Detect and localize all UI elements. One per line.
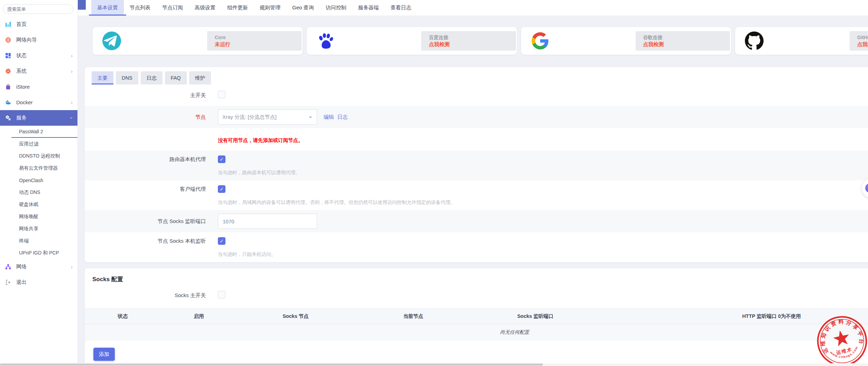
- gears-icon: [5, 115, 11, 121]
- sidebar-item-label: iStore: [16, 84, 30, 90]
- globe-icon: [5, 37, 11, 43]
- github-check-link[interactable]: 点我检测: [857, 41, 868, 48]
- sidebar-nav: 首页 网络向导 状态 › 系统 ›: [0, 17, 77, 290]
- subtab-dns[interactable]: DNS: [116, 71, 138, 84]
- submenu-item-passwall2[interactable]: PassWall 2: [11, 126, 77, 138]
- submenu-item-ddnsto[interactable]: DDNSTO 远程控制: [0, 150, 77, 162]
- main-switch-row: 主开关: [85, 84, 868, 106]
- submenu-item-openclash[interactable]: OpenClash: [0, 174, 77, 186]
- sidebar-item-istore[interactable]: iStore: [0, 79, 77, 95]
- subtab-log[interactable]: 日志: [141, 71, 163, 84]
- socks-port-input[interactable]: [218, 214, 317, 229]
- sidebar-item-label: 网络: [16, 264, 27, 270]
- node-select-value: Xray 分流: [分流总节点]: [222, 114, 305, 120]
- submenu-item-netshare[interactable]: 网络共享: [0, 223, 77, 235]
- status-card-title: 百度连接: [429, 34, 516, 41]
- sidebar-item-home[interactable]: 首页: [0, 17, 77, 32]
- horizontal-scrollbar[interactable]: [0, 363, 868, 366]
- sidebar-item-network[interactable]: 网络 ›: [0, 259, 77, 275]
- router-proxy-description: 当勾选时，路由器本机可以透明代理。: [218, 169, 868, 176]
- sidebar-item-label: 系统: [16, 68, 27, 74]
- tab-component-update[interactable]: 组件更新: [221, 0, 254, 16]
- chevron-down-icon: ›: [69, 117, 74, 119]
- shopping-bag-icon: [5, 84, 11, 90]
- sidebar-search: [0, 0, 77, 17]
- client-proxy-label: 客户端代理: [85, 185, 206, 205]
- chevron-right-icon: ›: [71, 53, 73, 58]
- status-grid-icon: [5, 53, 11, 59]
- router-proxy-checkbox[interactable]: ✓: [218, 155, 225, 163]
- assistant-fab-icon: [865, 184, 868, 193]
- chevron-right-icon: ›: [71, 69, 73, 74]
- tab-access-control[interactable]: 访问控制: [320, 0, 352, 16]
- docker-whale-icon: [5, 99, 11, 106]
- scrollbar-thumb[interactable]: [0, 364, 543, 366]
- socks-main-switch-checkbox[interactable]: [218, 291, 225, 298]
- tab-view-log[interactable]: 查看日志: [385, 0, 417, 16]
- subtab-main[interactable]: 主要: [92, 71, 113, 84]
- node-select[interactable]: Xray 分流: [分流总节点] ⌄: [218, 109, 317, 125]
- settings-subtabs: 主要 DNS 日志 FAQ 维护: [85, 67, 868, 84]
- submenu-item-wol[interactable]: 网络唤醒: [0, 211, 77, 223]
- col-current-node: 当前节点: [354, 313, 472, 320]
- sidebar-item-services[interactable]: 服务 ›: [0, 110, 77, 126]
- main-switch-checkbox[interactable]: [218, 91, 225, 98]
- sidebar-item-system[interactable]: 系统 ›: [0, 63, 77, 79]
- google-check-link[interactable]: 点我检测: [643, 41, 730, 48]
- core-status-box: Core 未运行: [207, 31, 302, 51]
- tab-node-list[interactable]: 节点列表: [124, 0, 156, 16]
- node-edit-link[interactable]: 编辑: [323, 114, 334, 120]
- tab-server-side[interactable]: 服务器端: [352, 0, 385, 16]
- subtab-maintain[interactable]: 维护: [189, 71, 211, 84]
- col-status: 状态: [85, 313, 161, 320]
- node-label: 节点: [85, 113, 206, 121]
- sidebar: 首页 网络向导 状态 › 系统 ›: [0, 0, 78, 363]
- submenu-item-app-filter[interactable]: 应用过滤: [0, 138, 77, 150]
- sidebar-item-label: 网络向导: [16, 37, 37, 43]
- col-socks-port: Socks 监听端口: [472, 313, 599, 320]
- tab-advanced[interactable]: 高级设置: [189, 0, 221, 16]
- baidu-status-box: 百度连接 点我检测: [421, 31, 516, 51]
- sidebar-item-wizard[interactable]: 网络向导: [0, 32, 77, 48]
- app-window: 首页 网络向导 状态 › 系统 ›: [0, 0, 868, 366]
- empty-table-text: 尚无任何配置: [500, 329, 529, 336]
- socks-local-description: 当勾选时，只能本机访问。: [218, 251, 868, 257]
- chevron-right-icon: ›: [71, 264, 73, 269]
- client-proxy-checkbox[interactable]: ✓: [218, 185, 225, 193]
- socks-section-title: Socks 配置: [85, 268, 868, 285]
- github-icon: [745, 32, 764, 50]
- main-content: 基本设置 节点列表 节点订阅 高级设置 组件更新 规则管理 Geo 查询 访问控…: [78, 0, 868, 366]
- no-node-warning-text: 没有可用节点，请先添加或订阅节点。: [218, 137, 303, 143]
- submenu-item-hdidle[interactable]: 硬盘休眠: [0, 198, 77, 211]
- add-button[interactable]: 添加: [93, 348, 115, 361]
- node-log-link[interactable]: 日志: [337, 114, 348, 120]
- client-proxy-description: 当勾选时，局域网内的设备可以透明代理。否则，将不代理。但您仍然可以使用访问控制允…: [218, 199, 868, 205]
- submenu-item-upnp[interactable]: UPnP IGD 和 PCP: [0, 247, 77, 259]
- core-status-value: 未运行: [215, 41, 302, 48]
- tab-rules[interactable]: 规则管理: [254, 0, 286, 16]
- gear-icon: [5, 68, 11, 74]
- sidebar-item-docker[interactable]: Docker ›: [0, 95, 77, 110]
- baidu-check-link[interactable]: 点我检测: [429, 41, 516, 48]
- submenu-item-ddns[interactable]: 动态 DNS: [0, 186, 77, 198]
- socks-table-header: 状态 启用 Socks 节点 当前节点 Socks 监听端口 HTTP 监听端口…: [85, 308, 868, 324]
- tab-basic-settings[interactable]: 基本设置: [91, 0, 124, 16]
- sidebar-item-logout[interactable]: 退出: [0, 275, 77, 290]
- submenu-item-terminal[interactable]: 终端: [0, 235, 77, 247]
- submenu-item-yiyoucloud[interactable]: 易有云文件管理器: [0, 162, 77, 174]
- sidebar-item-status[interactable]: 状态 ›: [0, 48, 77, 63]
- tab-node-subscribe[interactable]: 节点订阅: [156, 0, 189, 16]
- tab-geo-query[interactable]: Geo 查询: [286, 0, 320, 16]
- col-http-port: HTTP 监听端口 0为不使用: [599, 313, 868, 320]
- socks-config-card: Socks 配置 Socks 主开关 状态 启用 Socks 节点 当前节点 S…: [85, 268, 868, 366]
- socks-local-checkbox[interactable]: ✓: [218, 237, 225, 245]
- baidu-status-card: 百度连接 点我检测: [307, 27, 517, 55]
- socks-switch-label: Socks 主开关: [85, 292, 206, 299]
- main-switch-label: 主开关: [85, 91, 206, 99]
- top-tabbar: 基本设置 节点列表 节点订阅 高级设置 组件更新 规则管理 Geo 查询 访问控…: [78, 0, 868, 16]
- search-input[interactable]: [3, 4, 73, 14]
- sidebar-item-label: 首页: [16, 21, 27, 28]
- sidebar-item-label: 状态: [16, 52, 27, 59]
- telegram-icon: [102, 32, 121, 50]
- subtab-faq[interactable]: FAQ: [165, 71, 187, 84]
